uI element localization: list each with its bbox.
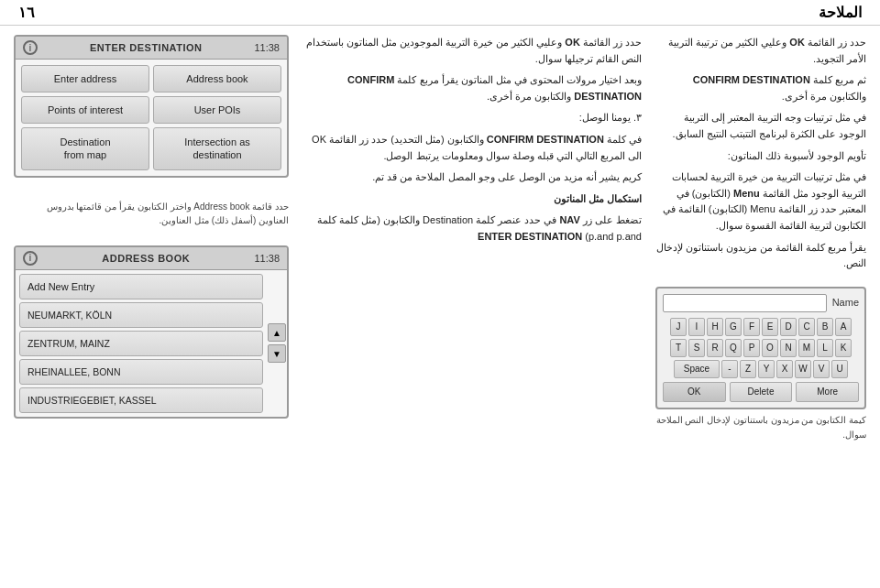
address-book-header: i ADDRESS BOOK 11:38 bbox=[16, 247, 287, 270]
keyboard-panel: Name A B C D E F G H I J bbox=[655, 287, 866, 409]
key-E[interactable]: E bbox=[762, 318, 778, 336]
left-caption: حدد قائمة Address book واختر الكتابون يق… bbox=[14, 200, 289, 227]
page-title: الملاحة bbox=[819, 4, 862, 21]
btn-row-1: Enter address Address book bbox=[21, 65, 281, 93]
mid-para-5: كريم يشير أنه مزيد من الوصل على وجو المص… bbox=[302, 169, 642, 186]
address-book-title: ADDRESS BOOK bbox=[102, 253, 190, 264]
middle-column: حدد زر القائمة OK وعليي الكثير من خيرة ا… bbox=[289, 35, 655, 579]
key-L[interactable]: L bbox=[817, 339, 833, 357]
key-Z[interactable]: Z bbox=[740, 360, 756, 378]
mid-para-2: وبعد اختيار مرولات المحتوى في مثل المنات… bbox=[302, 72, 642, 104]
right-para-5: في مثل ترتيبات التربية من خيرة التربية ل… bbox=[655, 169, 866, 234]
mid-para-3: ٣. يومنا الوصل: bbox=[302, 110, 642, 126]
key-J[interactable]: J bbox=[670, 318, 687, 336]
key-V[interactable]: V bbox=[813, 360, 830, 378]
keyboard-name-row: Name bbox=[663, 294, 859, 312]
enter-address-button[interactable]: Enter address bbox=[21, 65, 149, 93]
key-W[interactable]: W bbox=[795, 360, 811, 378]
enter-destination-buttons: Enter address Address book Points of int… bbox=[16, 60, 287, 176]
key-H[interactable]: H bbox=[707, 318, 723, 336]
key-N[interactable]: N bbox=[780, 339, 797, 357]
address-book-content: Add New Entry NEUMARKT, KÖLN ZENTRUM, MA… bbox=[16, 270, 287, 417]
keyboard-name-label: Name bbox=[832, 295, 859, 311]
enter-destination-header: i ENTER DESTINATION 11:38 bbox=[16, 37, 287, 60]
key-A[interactable]: A bbox=[835, 318, 852, 336]
address-item-industriegebiet[interactable]: INDUSTRIEGEBIET, KASSEL bbox=[19, 387, 263, 413]
keyboard-name-input[interactable] bbox=[663, 294, 827, 312]
destination-from-map-button[interactable]: Destination from map bbox=[21, 127, 149, 170]
key-F[interactable]: F bbox=[743, 318, 760, 336]
address-item-zentrum[interactable]: ZENTRUM, MAINZ bbox=[19, 331, 263, 356]
address-book-button[interactable]: Address book bbox=[153, 65, 281, 93]
mid-para-1: حدد زر القائمة OK وعليي الكثير من خيرة ا… bbox=[302, 35, 642, 67]
right-column: حدد زر القائمة OK وعليي الكثير من ترتيبة… bbox=[655, 35, 866, 579]
key-U[interactable]: U bbox=[831, 360, 848, 378]
right-para-4: تأويم الوجود لأسبوبة ذلك المناتون: bbox=[655, 148, 866, 165]
content-area: i ENTER DESTINATION 11:38 Enter address … bbox=[0, 26, 880, 588]
ok-button[interactable]: OK bbox=[663, 382, 726, 402]
keyboard-caption: كيمة الكتابون من مزيدون باستناتون لإدخال… bbox=[655, 413, 866, 442]
key-G[interactable]: G bbox=[725, 318, 742, 336]
address-item-rheinallee[interactable]: RHEINALLEE, BONN bbox=[19, 359, 263, 385]
keyboard-bottom-row: More Delete OK bbox=[663, 382, 859, 402]
right-para-2: ثم مربع كلمة CONFIRM DESTINATION والكتاب… bbox=[655, 72, 866, 104]
right-para-3: في مثل ترتيبات وجه التربية المعتبر إلى ا… bbox=[655, 110, 866, 142]
key-R[interactable]: R bbox=[707, 339, 723, 357]
intersection-destination-button[interactable]: Intersection as destination bbox=[153, 127, 281, 170]
key-I[interactable]: I bbox=[688, 318, 705, 336]
enter-destination-title: ENTER DESTINATION bbox=[90, 42, 203, 53]
right-para-1: حدد زر القائمة OK وعليي الكثير من ترتيبة… bbox=[655, 35, 866, 67]
key-O[interactable]: O bbox=[762, 339, 778, 357]
address-book-panel: i ADDRESS BOOK 11:38 Add New Entry NEUMA… bbox=[14, 245, 289, 419]
key-K[interactable]: K bbox=[835, 339, 852, 357]
btn-row-3: Destination from map Intersection as des… bbox=[21, 127, 281, 170]
page-header: ١٦ الملاحة bbox=[0, 0, 880, 26]
page-number: ١٦ bbox=[18, 4, 35, 21]
address-book-time: 11:38 bbox=[254, 253, 280, 264]
left-column: i ENTER DESTINATION 11:38 Enter address … bbox=[14, 35, 289, 579]
key-T[interactable]: T bbox=[670, 339, 687, 357]
keyboard-row-3: U V W X Y Z - Space bbox=[663, 360, 859, 378]
key-Y[interactable]: Y bbox=[758, 360, 775, 378]
info-icon-2: i bbox=[23, 251, 38, 266]
key-M[interactable]: M bbox=[798, 339, 815, 357]
scroll-controls: ▲ ▼ bbox=[267, 270, 287, 417]
more-button[interactable]: More bbox=[796, 382, 859, 402]
mid-para-4: في كلمة CONFIRM DESTINATION والكتابون (م… bbox=[302, 132, 642, 164]
keyboard-row-2: K L M N O P Q R S T bbox=[663, 339, 859, 357]
enter-destination-panel: i ENTER DESTINATION 11:38 Enter address … bbox=[14, 35, 289, 178]
address-book-items: Add New Entry NEUMARKT, KÖLN ZENTRUM, MA… bbox=[16, 270, 267, 417]
keyboard-row-1: A B C D E F G H I J bbox=[663, 318, 859, 336]
delete-button[interactable]: Delete bbox=[730, 382, 793, 402]
key-S[interactable]: S bbox=[688, 339, 705, 357]
key-Q[interactable]: Q bbox=[725, 339, 742, 357]
address-item-neumarkt[interactable]: NEUMARKT, KÖLN bbox=[19, 302, 263, 328]
page: ١٦ الملاحة i ENTER DESTINATION 11:38 Ent… bbox=[0, 0, 880, 588]
key-D[interactable]: D bbox=[780, 318, 797, 336]
scroll-up-button[interactable]: ▲ bbox=[268, 323, 286, 342]
mid-para-6: استكمال مثل المناتون bbox=[302, 191, 642, 208]
key-B[interactable]: B bbox=[817, 318, 833, 336]
info-icon: i bbox=[23, 40, 38, 55]
add-new-entry-item[interactable]: Add New Entry bbox=[19, 274, 263, 299]
btn-row-2: Points of interest User POIs bbox=[21, 96, 281, 124]
mid-para-7: تضغط على زر NAV في حدد عنصر كلمة Destina… bbox=[302, 212, 642, 245]
key-space[interactable]: Space bbox=[674, 360, 720, 378]
keyboard-keys: A B C D E F G H I J K L bbox=[663, 318, 859, 378]
key-dash[interactable]: - bbox=[721, 360, 738, 378]
scroll-down-button[interactable]: ▼ bbox=[268, 344, 286, 363]
right-para-6: يقرأ مربع كلمة القائمة من مزيدون باستنات… bbox=[655, 240, 866, 272]
key-C[interactable]: C bbox=[798, 318, 815, 336]
enter-destination-time: 11:38 bbox=[254, 42, 280, 53]
key-X[interactable]: X bbox=[776, 360, 793, 378]
user-pois-button[interactable]: User POIs bbox=[153, 96, 281, 124]
points-of-interest-button[interactable]: Points of interest bbox=[21, 96, 149, 124]
key-P[interactable]: P bbox=[743, 339, 760, 357]
